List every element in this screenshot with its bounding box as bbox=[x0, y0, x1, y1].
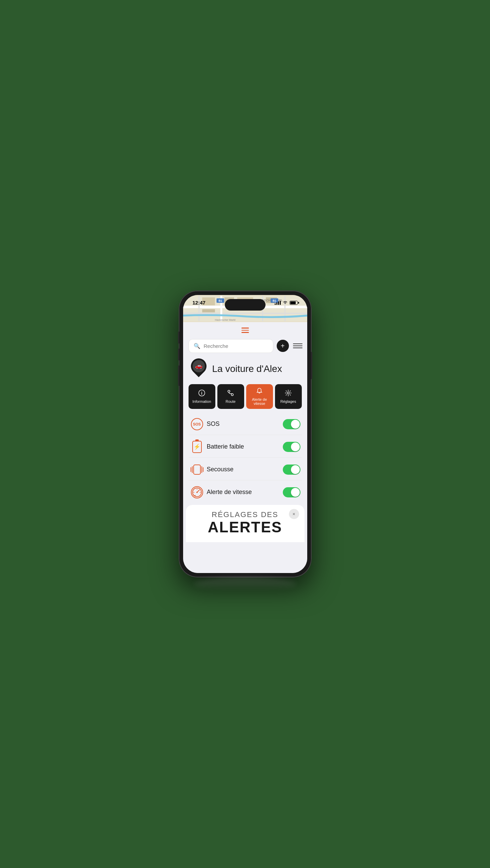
svg-text:🚗: 🚗 bbox=[195, 362, 203, 370]
toggle-battery-knob bbox=[291, 442, 300, 451]
vehicle-pin: 🚗 bbox=[190, 358, 208, 379]
search-actions: + bbox=[277, 340, 304, 352]
toggle-battery-label: Batterie faible bbox=[207, 443, 283, 450]
app-content: 🔍 + bbox=[183, 322, 307, 573]
add-button[interactable]: + bbox=[277, 340, 289, 352]
status-time: 12:47 bbox=[193, 300, 205, 305]
tab-buttons: i Information Route bbox=[183, 381, 307, 412]
bottom-sheet: × RÉGLAGES DES ALERTES bbox=[186, 505, 305, 542]
toggle-speed-label: Alerte de vitesse bbox=[207, 489, 283, 496]
status-bar: 12:47 bbox=[183, 295, 307, 308]
hamburger-icon bbox=[241, 332, 249, 333]
search-icon: 🔍 bbox=[194, 343, 200, 349]
wifi-icon bbox=[283, 300, 288, 305]
search-container: 🔍 + bbox=[183, 337, 307, 355]
sheet-title-line1: RÉGLAGES DES bbox=[193, 510, 298, 519]
search-bar[interactable]: 🔍 bbox=[189, 339, 273, 353]
bell-icon bbox=[256, 388, 263, 396]
pin-body: 🚗 bbox=[188, 355, 210, 377]
toggle-shake: Secousse bbox=[189, 459, 302, 480]
tab-settings[interactable]: Réglages bbox=[275, 384, 302, 409]
hamburger-icon bbox=[241, 328, 249, 329]
tab-route-label: Route bbox=[226, 399, 235, 403]
sos-icon: SOS bbox=[190, 417, 204, 431]
toggle-sos-knob bbox=[291, 420, 300, 429]
tab-alert-label: Alerte de vitesse bbox=[248, 397, 272, 406]
vehicle-section: 🚗 La voiture d'Alex bbox=[183, 355, 307, 381]
svg-text:Hackescher Markt: Hackescher Markt bbox=[215, 318, 235, 321]
svg-point-23 bbox=[231, 394, 233, 396]
toggle-shake-switch[interactable] bbox=[283, 465, 300, 475]
route-icon bbox=[227, 390, 234, 398]
dynamic-island bbox=[225, 299, 266, 311]
sheet-close-button[interactable]: × bbox=[289, 509, 299, 519]
svg-point-24 bbox=[287, 392, 289, 394]
tab-information-label: Information bbox=[192, 399, 211, 403]
toggle-shake-label: Secousse bbox=[207, 466, 283, 473]
volume-up-button[interactable] bbox=[178, 349, 179, 360]
phone-screen: B1 FISCHERINSEL Hackescher Markt B1 12:4… bbox=[183, 295, 307, 573]
search-input[interactable] bbox=[204, 343, 268, 349]
svg-point-22 bbox=[228, 390, 230, 392]
toggle-speed: Alerte de vitesse bbox=[189, 482, 302, 503]
info-icon: i bbox=[198, 390, 205, 398]
toggle-shake-knob bbox=[291, 465, 300, 474]
vibration-icon bbox=[190, 462, 204, 477]
vehicle-avatar: 🚗 bbox=[193, 360, 205, 372]
phone-reflection bbox=[194, 577, 296, 591]
toggle-battery: ⚡ Batterie faible bbox=[189, 436, 302, 458]
toggle-list: SOS SOS ⚡ Batterie faible bbox=[183, 412, 307, 505]
toggle-sos-label: SOS bbox=[207, 420, 283, 428]
speed-alert-icon bbox=[190, 485, 204, 499]
svg-text:i: i bbox=[201, 391, 202, 396]
svg-point-30 bbox=[196, 492, 198, 493]
battery-status-icon bbox=[290, 301, 298, 305]
svg-rect-11 bbox=[202, 309, 215, 312]
tab-alert[interactable]: Alerte de vitesse bbox=[246, 384, 273, 409]
silent-button[interactable] bbox=[178, 332, 179, 343]
status-icons bbox=[275, 300, 298, 305]
toggle-speed-switch[interactable] bbox=[283, 487, 300, 497]
app-header bbox=[183, 322, 307, 337]
tab-route[interactable]: Route bbox=[217, 384, 244, 409]
map-section[interactable]: B1 FISCHERINSEL Hackescher Markt B1 12:4… bbox=[183, 295, 307, 322]
hamburger-icon bbox=[241, 330, 249, 331]
phone-frame: B1 FISCHERINSEL Hackescher Markt B1 12:4… bbox=[179, 291, 311, 577]
toggle-battery-switch[interactable] bbox=[283, 442, 300, 452]
hamburger-button[interactable] bbox=[239, 326, 252, 334]
power-button[interactable] bbox=[311, 352, 312, 379]
battery-alert-icon: ⚡ bbox=[190, 440, 204, 454]
vehicle-name: La voiture d'Alex bbox=[212, 363, 282, 374]
volume-down-button[interactable] bbox=[178, 366, 179, 386]
filter-button[interactable] bbox=[292, 340, 304, 352]
tab-settings-label: Réglages bbox=[280, 399, 296, 403]
toggle-sos: SOS SOS bbox=[189, 414, 302, 435]
toggle-sos-switch[interactable] bbox=[283, 419, 300, 429]
toggle-speed-knob bbox=[291, 488, 300, 497]
gear-icon bbox=[285, 390, 292, 398]
signal-icon bbox=[275, 301, 281, 305]
sheet-title-line2: ALERTES bbox=[193, 519, 298, 535]
tab-information[interactable]: i Information bbox=[189, 384, 215, 409]
